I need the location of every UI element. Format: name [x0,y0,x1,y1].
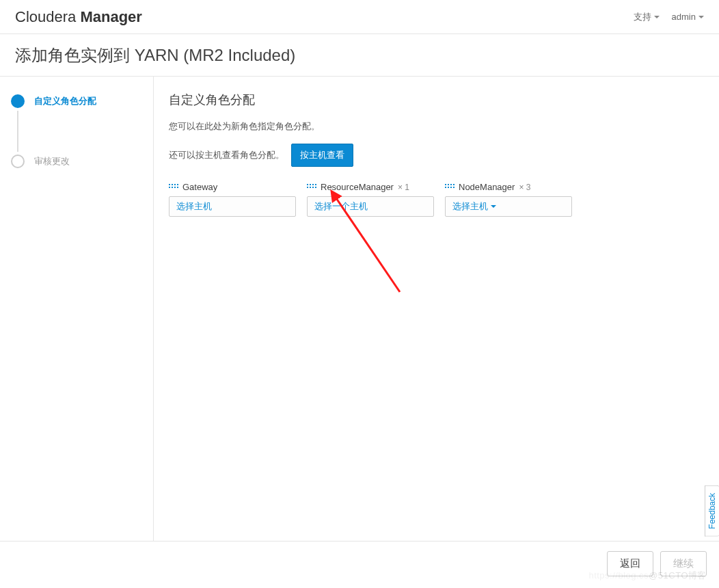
role-card-gateway: Gateway 选择主机 [169,182,296,217]
wizard-step-customize[interactable]: 自定义角色分配 [11,92,142,111]
role-name: NodeManager [459,182,515,192]
continue-button[interactable]: 继续 [660,551,707,576]
brand-light: Cloudera [15,8,80,25]
view-by-host-row: 还可以按主机查看角色分配。 按主机查看 [169,144,704,167]
top-header: Cloudera Manager 支持 admin [0,0,719,34]
support-menu[interactable]: 支持 [634,11,660,23]
user-label: admin [672,12,696,22]
role-count: × 3 [519,183,530,192]
role-count: × 1 [398,183,409,192]
view-by-host-button[interactable]: 按主机查看 [291,144,353,167]
step-circle-icon [11,94,25,108]
wizard-sidebar: 自定义角色分配 审核更改 [0,77,154,541]
chevron-down-icon [654,16,660,18]
user-menu[interactable]: admin [672,11,704,23]
role-name: ResourceManager [321,182,394,192]
step-circle-icon [11,155,25,168]
page-title: 添加角色实例到 YARN (MR2 Included) [0,34,719,77]
role-header: Gateway [169,182,296,192]
brand-heavy: Manager [80,8,141,25]
role-card-resourcemanager: ResourceManager × 1 选择一个主机 [307,182,434,217]
support-label: 支持 [634,11,651,23]
step-connector [17,111,18,152]
footer-bar: 返回 继续 https://blog.cs@51CTO博客 [0,542,719,582]
content-area: 自定义角色分配 您可以在此处为新角色指定角色分配。 还可以按主机查看角色分配。 … [154,77,719,541]
grid-icon [445,184,455,191]
host-select-label: 选择主机 [176,200,212,213]
main-area: 自定义角色分配 审核更改 自定义角色分配 您可以在此处为新角色指定角色分配。 还… [0,77,719,542]
role-header: NodeManager × 3 [445,182,572,192]
description-2: 还可以按主机查看角色分配。 [169,149,284,161]
host-select-gateway[interactable]: 选择主机 [169,196,296,217]
section-title: 自定义角色分配 [169,92,704,108]
step-label: 自定义角色分配 [34,95,96,107]
header-right: 支持 admin [634,11,704,23]
host-select-resourcemanager[interactable]: 选择一个主机 [307,196,434,217]
feedback-tab[interactable]: Feedback [705,485,719,537]
role-card-nodemanager: NodeManager × 3 选择主机 [445,182,572,217]
chevron-down-icon [698,16,704,18]
step-label: 审核更改 [34,155,70,168]
host-select-label: 选择一个主机 [314,200,368,213]
chevron-down-icon [491,205,496,208]
brand-logo[interactable]: Cloudera Manager [15,8,142,26]
host-select-nodemanager[interactable]: 选择主机 [445,196,572,217]
host-select-label: 选择主机 [452,200,488,213]
role-header: ResourceManager × 1 [307,182,434,192]
grid-icon [169,184,178,191]
back-button[interactable]: 返回 [607,551,653,576]
description-1: 您可以在此处为新角色指定角色分配。 [169,120,704,133]
wizard-step-review[interactable]: 审核更改 [11,152,142,171]
role-name: Gateway [182,182,217,192]
grid-icon [307,184,316,191]
role-cards-row: Gateway 选择主机 ResourceManager × 1 选择一个主机 [169,182,704,217]
